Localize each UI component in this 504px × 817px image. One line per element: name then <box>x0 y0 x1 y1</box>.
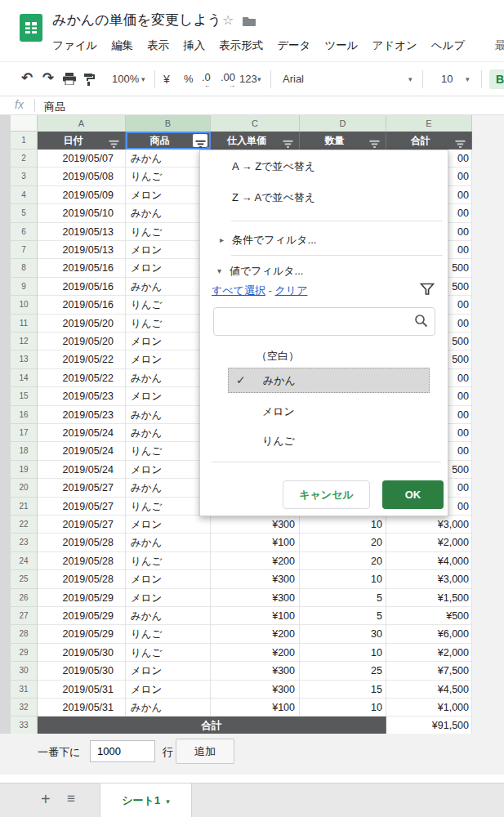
menu-item[interactable]: ツール <box>324 38 358 53</box>
cell-price[interactable]: ¥300 <box>211 681 300 699</box>
menu-item[interactable]: 編集 <box>111 38 133 53</box>
cell-price[interactable]: ¥200 <box>211 644 300 662</box>
menu-item[interactable]: 挿入 <box>183 38 205 53</box>
all-sheets-icon[interactable]: ≡ <box>67 791 75 807</box>
row-number[interactable]: 4 <box>11 186 38 204</box>
cell-product[interactable]: りんご <box>126 223 211 241</box>
sort-az-option[interactable]: A → Zで並べ替え <box>200 157 448 176</box>
cell-total[interactable]: ¥500 <box>386 607 472 625</box>
cell-qty[interactable]: 20 <box>300 552 386 570</box>
select-all-link[interactable]: すべて選択 <box>212 284 265 297</box>
cell-date[interactable]: 2019/05/31 <box>38 681 126 699</box>
row-number[interactable]: 27 <box>11 607 38 625</box>
cell-product[interactable]: メロン <box>126 516 211 534</box>
cell-product[interactable]: メロン <box>126 387 211 405</box>
cell-product[interactable]: メロン <box>126 350 211 368</box>
horizontal-scroll-area[interactable] <box>38 775 504 783</box>
row-number[interactable]: 3 <box>11 167 38 185</box>
row-number[interactable]: 11 <box>11 315 38 333</box>
ok-button[interactable]: OK <box>382 480 444 509</box>
row-number[interactable]: 2 <box>11 150 38 167</box>
filter-button-active[interactable] <box>193 134 207 147</box>
cell-product[interactable]: メロン <box>126 681 211 699</box>
filter-search-input[interactable] <box>213 307 435 336</box>
cell-product[interactable]: メロン <box>126 333 211 350</box>
cell-price[interactable]: ¥100 <box>211 699 300 717</box>
row-number[interactable]: 9 <box>11 278 38 296</box>
column-header-D[interactable]: D <box>300 115 386 132</box>
sort-za-option[interactable]: Z → Aで並べ替え <box>200 188 448 208</box>
document-title[interactable]: みかんの単価を変更しよう <box>52 11 221 29</box>
cell-date[interactable]: 2019/05/24 <box>38 442 126 460</box>
cell-date[interactable]: 2019/05/23 <box>38 387 126 405</box>
row-number[interactable]: 33 <box>11 717 38 734</box>
cell-product[interactable]: りんご <box>126 167 211 185</box>
menu-item-clipped[interactable]: 最 <box>495 38 504 53</box>
cell-date[interactable]: 2019/05/23 <box>38 406 126 424</box>
cell-total[interactable]: ¥3,000 <box>386 516 472 534</box>
more-formats-button[interactable]: 123 <box>239 73 257 85</box>
field-header-cell[interactable]: 合計 <box>386 132 472 150</box>
row-number[interactable]: 18 <box>11 442 38 460</box>
cell-qty[interactable]: 30 <box>300 625 386 643</box>
sheet-tab-active[interactable]: シート1▾ <box>100 784 192 817</box>
formula-input[interactable]: 商品 <box>44 100 65 114</box>
row-number[interactable]: 8 <box>11 259 38 277</box>
font-family-select[interactable]: Arial <box>283 73 304 85</box>
cell-product[interactable]: メロン <box>126 461 211 479</box>
row-number[interactable]: 26 <box>11 589 38 607</box>
add-sheet-icon[interactable]: + <box>41 790 51 809</box>
cell-total[interactable]: ¥4,500 <box>386 681 472 699</box>
row-number[interactable]: 31 <box>11 681 38 699</box>
cell-price[interactable]: ¥200 <box>211 625 300 643</box>
filter-value-item[interactable]: （空白） <box>256 346 299 366</box>
cell-total[interactable]: ¥1,500 <box>386 589 472 607</box>
cell-date[interactable]: 2019/05/10 <box>38 204 126 222</box>
cell-date[interactable]: 2019/05/09 <box>38 186 126 204</box>
cell-date[interactable]: 2019/05/16 <box>38 259 126 277</box>
cell-date[interactable]: 2019/05/28 <box>38 534 126 551</box>
field-header-cell[interactable]: 日付 <box>38 132 126 150</box>
cell-qty[interactable]: 20 <box>300 534 386 551</box>
cell-product[interactable]: みかん <box>126 369 211 387</box>
row-number[interactable]: 5 <box>11 204 38 222</box>
cell-product[interactable]: りんご <box>126 644 211 662</box>
cell-product[interactable]: りんご <box>126 625 211 643</box>
cell-date[interactable]: 2019/05/24 <box>38 461 126 479</box>
font-size-caret-icon[interactable]: ▾ <box>466 75 470 83</box>
row-number[interactable]: 12 <box>11 333 38 350</box>
cell-date[interactable]: 2019/05/13 <box>38 223 126 241</box>
cell-product[interactable]: みかん <box>126 278 211 296</box>
cell-product[interactable]: りんご <box>126 442 211 460</box>
cell-price[interactable]: ¥200 <box>211 552 300 570</box>
cell-product[interactable]: りんご <box>126 315 211 333</box>
font-size-select[interactable]: 10 <box>441 73 453 85</box>
filter-by-value-option[interactable]: ▾ 値でフィルタ... <box>200 261 448 281</box>
redo-icon[interactable]: ↷ <box>42 71 54 85</box>
cell-product[interactable]: りんご <box>126 296 211 314</box>
row-number[interactable]: 23 <box>11 534 38 551</box>
cell-product[interactable]: みかん <box>126 607 211 625</box>
cell-date[interactable]: 2019/05/20 <box>38 333 126 350</box>
cell-qty[interactable]: 10 <box>300 570 386 588</box>
more-formats-caret-icon[interactable]: ▾ <box>257 75 261 83</box>
row-number[interactable]: 10 <box>11 296 38 314</box>
cell-date[interactable]: 2019/05/22 <box>38 369 126 387</box>
cell-product[interactable]: みかん <box>126 150 211 167</box>
cell-qty[interactable]: 5 <box>300 589 386 607</box>
cell-date[interactable]: 2019/05/08 <box>38 167 126 185</box>
menu-item[interactable]: ファイル <box>52 38 97 53</box>
column-header-B[interactable]: B <box>126 115 211 132</box>
menu-item[interactable]: 表示形式 <box>219 38 263 53</box>
cell-qty[interactable]: 5 <box>300 607 386 625</box>
cell-date[interactable]: 2019/05/27 <box>38 479 126 497</box>
row-number[interactable]: 30 <box>11 662 38 680</box>
cell-product[interactable]: みかん <box>126 204 211 222</box>
cell-total[interactable]: ¥2,000 <box>386 644 472 662</box>
filter-value-item[interactable]: りんご <box>262 431 295 451</box>
filter-value-item[interactable]: メロン <box>262 402 295 422</box>
cell-date[interactable]: 2019/05/07 <box>38 150 126 167</box>
cell-date[interactable]: 2019/05/29 <box>38 589 126 607</box>
cell-product[interactable]: メロン <box>126 186 211 204</box>
row-number[interactable]: 7 <box>11 241 38 259</box>
